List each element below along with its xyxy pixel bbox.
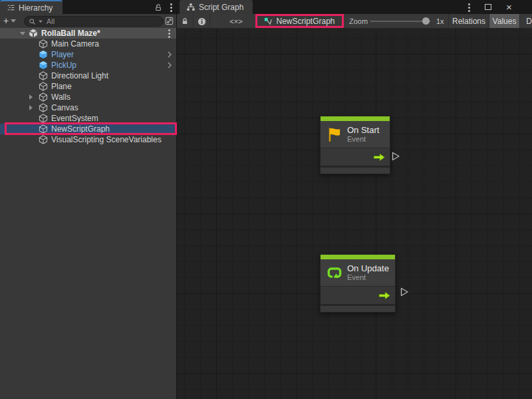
hierarchy-menu-kebab-icon[interactable] [170,3,172,5]
unlock-icon[interactable] [154,3,162,11]
zoom-value: 1x [436,14,444,29]
hierarchy-tabbar: Hierarchy [0,0,176,14]
graph-toolbar: <×> NewScriptGraph Zoom 1x Relations Val… [177,14,532,29]
node-accent-bar [321,255,395,259]
prefab-open-chevron-icon[interactable] [167,51,172,61]
node-footer [321,166,390,174]
breadcrumb-label: NewScriptGraph [276,17,334,26]
script-graph-asset-icon [264,17,273,26]
graph-variables-button[interactable]: <×> [222,14,250,29]
graph-tab-icon [186,3,196,12]
add-dropdown-caret-icon [11,19,16,23]
hierarchy-item-directional-light[interactable]: Directional Light [0,70,177,81]
tab-hierarchy-label: Hierarchy [19,3,53,13]
relations-label: Relations [452,17,485,26]
hierarchy-item-pickup[interactable]: PickUp [0,60,177,70]
gameobject-icon [39,82,48,91]
foldout-closed-icon[interactable] [29,105,33,110]
gameobject-icon [39,114,48,123]
graph-lock-button[interactable] [177,14,193,29]
hierarchy-item-walls[interactable]: Walls [0,92,177,102]
hierarchy-item-player[interactable]: Player [0,49,177,60]
item-label: PickUp [51,61,76,70]
hierarchy-item-visualscripting-scenevariables[interactable]: VisualScripting SceneVariables [0,134,177,145]
item-label: Walls [51,92,70,102]
scene-header[interactable]: RollaBall Maze* [0,28,176,39]
unity-scene-icon [29,29,38,38]
dim-toggle-button[interactable]: Dim [520,14,532,29]
prefab-open-chevron-icon[interactable] [167,61,172,71]
add-gameobject-button[interactable]: + [3,15,16,26]
gameobject-icon [39,71,48,80]
info-icon [198,17,206,26]
values-label: Values [493,17,517,26]
prefab-icon [39,50,48,59]
search-placeholder: All [47,17,55,25]
node-title: On Start [347,125,379,135]
hierarchy-panel: Hierarchy + All [0,0,177,399]
close-icon[interactable]: × [506,2,512,12]
graph-canvas[interactable]: On Start Event [177,29,532,399]
search-filter-caret-icon [39,20,43,23]
node-subtitle: Event [347,135,379,144]
hierarchy-list-icon [7,3,15,12]
relations-toggle-button[interactable]: Relations [449,14,489,29]
item-label: Canvas [51,103,78,112]
gameobject-icon [39,135,48,144]
on-update-output-port-icon[interactable] [400,287,409,297]
gameobject-icon [39,39,48,49]
foldout-closed-icon[interactable] [29,94,33,100]
hierarchy-item-main-camera[interactable]: Main Camera [0,39,177,49]
item-label: NewScriptGraph [51,124,110,134]
tab-script-graph-label: Script Graph [199,3,243,12]
graph-info-button[interactable] [194,14,209,29]
loop-icon [326,264,343,281]
flow-output-arrow-icon[interactable] [372,153,386,162]
gameobject-icon [39,92,48,102]
zoom-slider-handle[interactable] [422,17,430,25]
hierarchy-item-canvas[interactable]: Canvas [0,102,177,113]
item-label: Main Camera [51,39,99,49]
variables-glyph: <×> [229,17,242,25]
hierarchy-toolbar: + All [0,14,176,28]
item-label: Player [51,50,74,59]
graph-tabbar: Script Graph × [177,0,532,14]
node-accent-bar [321,116,390,121]
scene-foldout-icon[interactable] [20,32,25,35]
hierarchy-item-newscriptgraph[interactable]: NewScriptGraph [0,124,177,134]
gameobject-icon [39,124,48,134]
item-label: Directional Light [51,71,108,80]
search-input[interactable]: All [24,16,164,27]
hierarchy-tree: Main Camera Player PickUp [0,39,177,145]
on-start-output-port-icon[interactable] [391,151,400,162]
flag-icon [326,126,343,143]
breadcrumb-newscriptgraph[interactable]: NewScriptGraph [255,14,344,29]
prefab-icon [39,61,48,70]
dim-label: Dim [526,17,532,26]
tab-hierarchy[interactable]: Hierarchy [0,0,63,14]
scene-name: RollaBall Maze* [41,29,100,38]
zoom-slider[interactable] [370,21,430,22]
script-graph-panel: Script Graph × [177,0,532,399]
add-plus-label: + [3,15,9,26]
panel-menu-kebab-icon[interactable] [468,3,470,5]
item-label: Plane [51,82,72,91]
tab-script-graph[interactable]: Script Graph [180,0,253,14]
search-popout-button[interactable] [165,16,174,28]
item-label: VisualScripting SceneVariables [51,135,162,144]
values-toggle-button[interactable]: Values [489,14,519,29]
search-icon [29,18,36,25]
node-on-start[interactable]: On Start Event [320,116,390,174]
node-footer [321,304,395,312]
node-on-update[interactable]: On Update Event [320,254,396,313]
popout-icon [165,17,174,25]
unity-editor-window: Hierarchy + All [0,0,532,399]
item-label: EventSystem [51,114,98,123]
gameobject-icon [39,103,48,112]
hierarchy-item-plane[interactable]: Plane [0,81,177,92]
maximize-icon[interactable] [485,4,491,10]
flow-output-arrow-icon[interactable] [378,291,391,300]
scene-kebab-icon[interactable] [168,29,170,31]
hierarchy-item-eventsystem[interactable]: EventSystem [0,113,177,124]
lock-icon [181,17,189,25]
